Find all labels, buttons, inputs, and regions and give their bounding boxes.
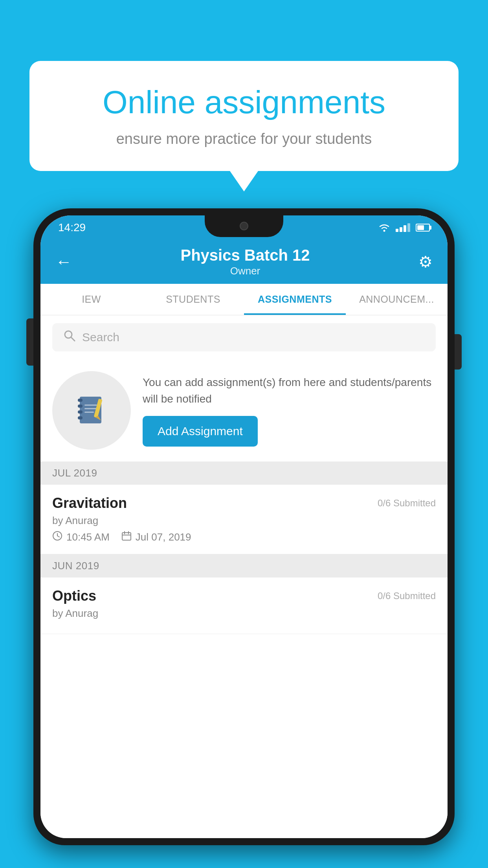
svg-point-0 xyxy=(383,230,385,232)
tabs-bar: IEW STUDENTS ASSIGNMENTS ANNOUNCEM... xyxy=(40,284,448,315)
svg-rect-6 xyxy=(78,410,83,414)
app-header: ← Physics Batch 12 Owner ⚙ xyxy=(40,240,448,284)
status-time: 14:29 xyxy=(58,221,86,234)
promo-text: You can add assignment(s) from here and … xyxy=(143,374,436,407)
add-assignment-button[interactable]: Add Assignment xyxy=(143,416,258,447)
tab-iew[interactable]: IEW xyxy=(40,284,142,315)
svg-rect-10 xyxy=(84,412,94,413)
promo-content: You can add assignment(s) from here and … xyxy=(143,374,436,447)
settings-icon[interactable]: ⚙ xyxy=(418,253,433,271)
wifi-icon xyxy=(378,223,390,232)
header-subtitle: Owner xyxy=(180,265,310,277)
notch xyxy=(205,215,283,237)
search-bar[interactable]: Search xyxy=(52,323,436,351)
content-area: Search xyxy=(40,315,448,838)
assignment-title-gravitation: Gravitation xyxy=(52,495,127,511)
promo-icon-circle xyxy=(52,371,131,450)
svg-rect-4 xyxy=(78,399,83,402)
svg-rect-5 xyxy=(78,405,83,408)
header-title: Physics Batch 12 xyxy=(180,246,310,264)
assignment-item-gravitation[interactable]: Gravitation 0/6 Submitted by Anurag xyxy=(40,485,448,554)
tab-assignments[interactable]: ASSIGNMENTS xyxy=(244,284,346,315)
battery-icon xyxy=(416,224,430,232)
back-button[interactable]: ← xyxy=(55,252,72,271)
assignment-meta-gravitation: 10:45 AM Jul 07, 201 xyxy=(52,531,436,544)
speech-bubble-area: Online assignments ensure more practice … xyxy=(29,61,459,171)
search-icon xyxy=(63,329,76,345)
promo-section: You can add assignment(s) from here and … xyxy=(40,359,448,462)
clock-icon xyxy=(52,531,62,544)
tab-announcements[interactable]: ANNOUNCEM... xyxy=(346,284,448,315)
section-header-jun: JUN 2019 xyxy=(40,554,448,577)
assignment-submitted-optics: 0/6 Submitted xyxy=(378,590,436,601)
svg-rect-9 xyxy=(84,408,97,409)
assignment-time-gravitation: 10:45 AM xyxy=(66,531,110,543)
svg-rect-16 xyxy=(122,533,131,540)
svg-rect-7 xyxy=(78,416,83,419)
camera-dot xyxy=(240,222,248,230)
header-center: Physics Batch 12 Owner xyxy=(180,246,310,277)
search-placeholder: Search xyxy=(82,331,119,344)
svg-rect-8 xyxy=(84,405,97,406)
assignment-by-optics: by Anurag xyxy=(52,607,436,620)
battery-fill xyxy=(417,225,424,230)
search-bar-container: Search xyxy=(40,315,448,359)
notebook-icon xyxy=(72,391,111,430)
assignment-by-gravitation: by Anurag xyxy=(52,515,436,527)
calendar-icon xyxy=(121,531,132,544)
assignment-item-optics[interactable]: Optics 0/6 Submitted by Anurag xyxy=(40,577,448,634)
phone-screen: 14:29 xyxy=(40,215,448,838)
phone-wrapper: 14:29 xyxy=(33,208,455,868)
section-header-jul: JUL 2019 xyxy=(40,462,448,485)
speech-bubble-subtitle: ensure more practice for your students xyxy=(61,129,427,149)
assignment-date-gravitation: Jul 07, 2019 xyxy=(136,531,191,543)
status-bar: 14:29 xyxy=(40,215,448,240)
assignment-title-optics: Optics xyxy=(52,588,96,604)
phone-outer: 14:29 xyxy=(33,208,455,845)
status-icons xyxy=(378,223,430,232)
speech-bubble-title: Online assignments xyxy=(61,85,427,120)
signal-icon xyxy=(396,223,410,232)
assignment-submitted-gravitation: 0/6 Submitted xyxy=(378,498,436,509)
tab-students[interactable]: STUDENTS xyxy=(142,284,244,315)
speech-bubble: Online assignments ensure more practice … xyxy=(29,61,459,171)
svg-line-2 xyxy=(71,337,75,341)
svg-line-15 xyxy=(57,536,59,537)
